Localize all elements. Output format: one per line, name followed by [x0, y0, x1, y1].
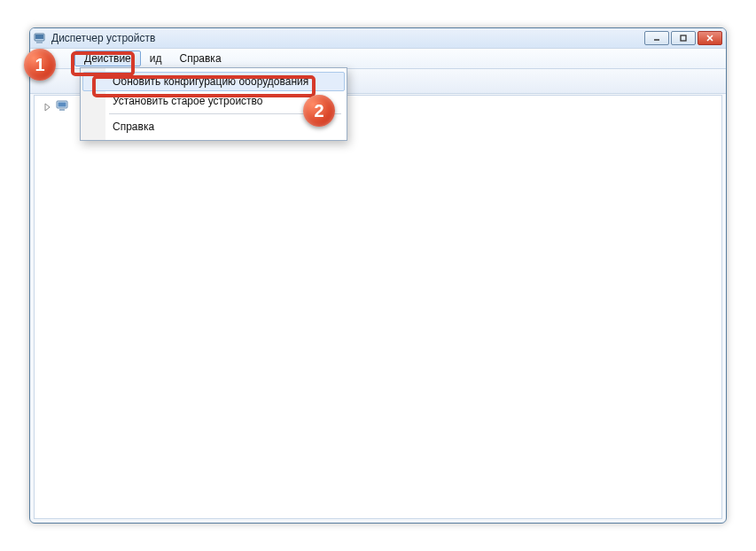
computer-icon: [56, 99, 70, 113]
menubar: Действие ид Справка: [30, 48, 726, 69]
titlebar[interactable]: Диспетчер устройств: [30, 28, 726, 48]
menu-add-legacy-label: Установить старое устройство: [113, 95, 263, 107]
minimize-button[interactable]: [644, 31, 669, 45]
menu-action-label: Действие: [84, 52, 131, 65]
device-tree-pane[interactable]: [34, 95, 722, 519]
tree-expand-icon[interactable]: [43, 102, 52, 111]
menu-help-item[interactable]: Справка: [82, 117, 345, 136]
window-buttons: [644, 31, 722, 45]
close-button[interactable]: [698, 31, 722, 45]
menu-add-legacy[interactable]: Установить старое устройство: [82, 91, 345, 111]
svg-rect-1: [35, 35, 43, 39]
device-manager-icon: [34, 31, 48, 45]
menu-view-partial[interactable]: ид: [141, 49, 171, 68]
window-title: Диспетчер устройств: [51, 32, 644, 44]
svg-rect-4: [681, 35, 686, 41]
menu-scan-hardware[interactable]: Обновить конфигурацию оборудования: [82, 72, 345, 91]
menu-help-item-label: Справка: [113, 120, 154, 133]
menu-scan-hardware-label: Обновить конфигурацию оборудования: [113, 75, 308, 88]
action-dropdown: Обновить конфигурацию оборудования Устан…: [80, 67, 347, 141]
svg-rect-9: [59, 109, 65, 111]
svg-rect-2: [36, 42, 43, 43]
menu-action[interactable]: Действие: [74, 50, 141, 66]
svg-rect-8: [58, 103, 66, 107]
menu-help-label: Справка: [179, 52, 221, 65]
maximize-button[interactable]: [671, 31, 696, 45]
menu-separator: [109, 113, 341, 114]
menu-help[interactable]: Справка: [170, 49, 230, 68]
tree-root-row[interactable]: [43, 99, 74, 113]
menu-view-label: ид: [150, 52, 162, 65]
